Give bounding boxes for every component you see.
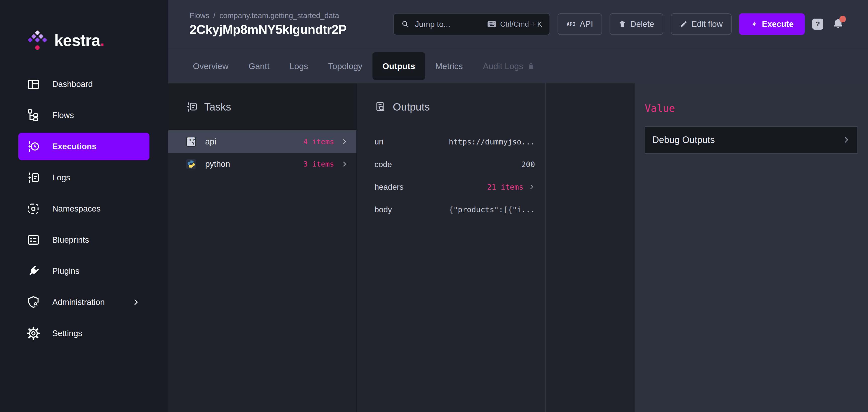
tasks-list: HTTP? api 4 items python 3 items	[168, 130, 356, 412]
blueprints-icon	[27, 233, 40, 247]
topbar-icon-group: ?	[812, 18, 844, 30]
keyboard-icon	[487, 21, 496, 27]
search-icon	[401, 20, 409, 28]
output-row-code[interactable]: code 200	[357, 153, 545, 176]
bolt-icon	[750, 20, 758, 28]
tab-outputs[interactable]: Outputs	[372, 52, 425, 80]
search-placeholder: Jump to...	[415, 20, 450, 29]
edit-flow-button[interactable]: Edit flow	[671, 13, 732, 35]
tasks-panel-header: Tasks	[168, 83, 356, 130]
output-row-headers[interactable]: headers 21 items	[357, 176, 545, 198]
sidebar-item-settings[interactable]: Settings	[18, 320, 149, 347]
page-heading: Flows / company.team.getting_started_dat…	[190, 11, 386, 37]
tasks-icon	[186, 101, 197, 113]
output-value: {"products":[{"i...	[449, 205, 535, 214]
task-row-python[interactable]: python 3 items	[168, 153, 356, 175]
task-name: api	[205, 137, 216, 146]
topbar: Flows / company.team.getting_started_dat…	[168, 0, 868, 49]
jump-to-search[interactable]: Jump to... Ctrl/Cmd + K	[393, 13, 550, 35]
outputs-view: Tasks HTTP? api 4 items python 3 items	[168, 83, 868, 412]
sidebar: kestra. Dashboard Flows Executions Logs	[0, 0, 168, 412]
flows-icon	[27, 109, 40, 122]
sidebar-item-namespaces[interactable]: Namespaces	[18, 195, 149, 223]
chevron-right-icon	[341, 138, 348, 145]
sidebar-item-label: Logs	[52, 173, 70, 182]
outputs-panel-title: Outputs	[393, 101, 430, 113]
outputs-panel-header: Outputs	[357, 83, 545, 130]
output-row-uri[interactable]: uri https://dummyjso...	[357, 130, 545, 153]
execution-tabs: Overview Gantt Logs Topology Outputs Met…	[168, 49, 868, 83]
tasks-panel: Tasks HTTP? api 4 items python 3 items	[168, 83, 356, 412]
sidebar-item-flows[interactable]: Flows	[18, 101, 149, 129]
lock-icon	[527, 62, 535, 70]
sidebar-item-label: Plugins	[52, 266, 80, 276]
breadcrumb-separator: /	[213, 11, 215, 20]
logs-icon	[27, 171, 40, 184]
sidebar-item-logs[interactable]: Logs	[18, 164, 149, 192]
sidebar-item-label: Executions	[52, 142, 96, 151]
help-icon[interactable]: ?	[812, 19, 823, 30]
output-row-body[interactable]: body {"products":[{"i...	[357, 198, 545, 221]
output-key: uri	[374, 137, 383, 146]
http-request-icon: HTTP?	[186, 137, 196, 147]
tab-gantt[interactable]: Gantt	[239, 52, 280, 80]
output-value: 200	[521, 160, 535, 169]
output-key: headers	[374, 182, 404, 192]
sidebar-item-label: Blueprints	[52, 235, 89, 245]
sidebar-item-blueprints[interactable]: Blueprints	[18, 226, 149, 254]
chevron-right-icon	[341, 160, 348, 168]
kestra-logo-icon	[27, 30, 48, 51]
api-button[interactable]: API API	[558, 13, 602, 35]
outputs-icon	[375, 101, 386, 113]
notifications-bell[interactable]	[832, 18, 844, 30]
sidebar-item-plugins[interactable]: Plugins	[18, 257, 149, 285]
execute-button[interactable]: Execute	[739, 13, 805, 35]
task-row-api[interactable]: HTTP? api 4 items	[168, 130, 356, 153]
tab-overview[interactable]: Overview	[183, 52, 239, 80]
task-items-count: 4 items	[303, 138, 334, 146]
output-items-count: 21 items	[487, 183, 524, 192]
output-key: code	[374, 160, 392, 169]
sidebar-item-executions[interactable]: Executions	[18, 133, 149, 160]
chevron-right-icon	[842, 136, 850, 144]
breadcrumb-namespace-link[interactable]: company.team.getting_started_data	[219, 11, 339, 20]
value-panel: Value Debug Outputs	[635, 83, 868, 412]
kestra-logo[interactable]: kestra.	[27, 30, 104, 51]
sidebar-item-label: Dashboard	[52, 79, 93, 89]
sidebar-item-label: Settings	[52, 329, 82, 338]
sidebar-item-label: Flows	[52, 111, 74, 120]
drilldown-panel-empty	[546, 83, 635, 412]
tab-topology[interactable]: Topology	[318, 52, 372, 80]
pencil-icon	[680, 20, 687, 28]
namespaces-icon	[27, 202, 40, 215]
executions-icon	[27, 140, 40, 153]
gear-icon	[27, 327, 40, 340]
chevron-right-icon	[528, 183, 535, 190]
sidebar-item-administration[interactable]: Administration	[18, 288, 149, 316]
output-key: body	[374, 205, 392, 214]
dashboard-icon	[27, 77, 40, 91]
search-shortcut: Ctrl/Cmd + K	[487, 20, 542, 28]
sidebar-item-label: Administration	[52, 297, 105, 307]
debug-outputs-button[interactable]: Debug Outputs	[645, 126, 858, 154]
breadcrumb: Flows / company.team.getting_started_dat…	[190, 11, 386, 20]
task-name: python	[205, 159, 230, 169]
trash-icon	[619, 20, 626, 28]
brand-name: kestra.	[54, 31, 104, 50]
notification-dot	[839, 16, 846, 22]
administration-shield-icon	[27, 295, 40, 309]
tasks-panel-title: Tasks	[204, 101, 231, 113]
tab-audit-logs[interactable]: Audit Logs	[473, 52, 545, 80]
api-icon: API	[567, 21, 576, 27]
tab-logs[interactable]: Logs	[280, 52, 318, 80]
sidebar-item-dashboard[interactable]: Dashboard	[18, 70, 149, 98]
outputs-panel: Outputs uri https://dummyjso... code 200…	[357, 83, 545, 412]
outputs-list: uri https://dummyjso... code 200 headers…	[357, 130, 545, 412]
output-value: https://dummyjso...	[449, 138, 535, 146]
value-panel-title: Value	[645, 102, 858, 114]
breadcrumb-flows-link[interactable]: Flows	[190, 11, 209, 20]
chevron-right-icon	[132, 298, 140, 306]
sidebar-nav: Dashboard Flows Executions Logs Namespac…	[18, 70, 149, 347]
tab-metrics[interactable]: Metrics	[425, 52, 473, 80]
delete-button[interactable]: Delete	[610, 13, 663, 35]
